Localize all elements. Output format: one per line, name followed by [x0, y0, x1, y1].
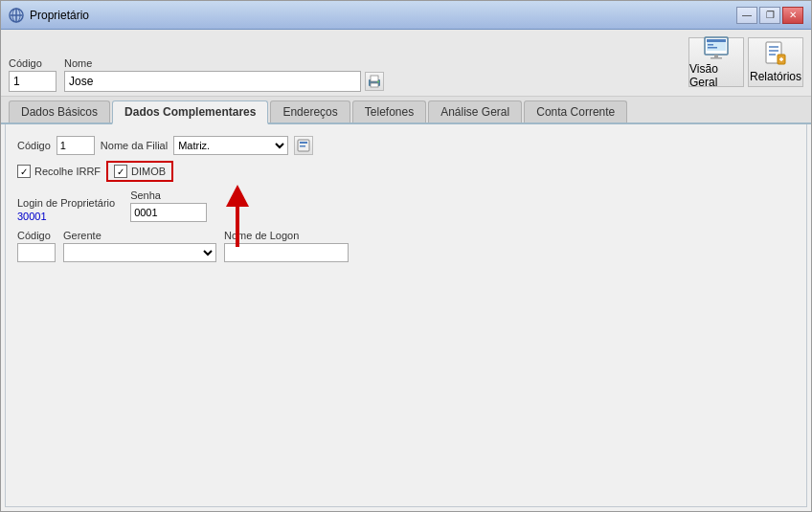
toolbar: Código Nome: [1, 30, 811, 97]
svg-rect-5: [371, 76, 378, 81]
login-label: Login de Proprietário: [17, 197, 115, 209]
restore-button[interactable]: ❐: [759, 7, 780, 24]
svg-rect-10: [707, 39, 726, 42]
nome-filial-label: Nome da Filial: [101, 140, 168, 151]
codigo-gerente-label: Código: [17, 230, 56, 241]
svg-marker-26: [226, 185, 249, 207]
nome-label: Nome: [64, 57, 384, 69]
login-value[interactable]: 30001: [17, 211, 115, 222]
visao-geral-label: Visão Geral: [689, 62, 743, 89]
nome-group: Nome: [64, 57, 384, 92]
tab-analise-geral[interactable]: Análise Geral: [428, 100, 522, 122]
nome-logon-input[interactable]: [224, 243, 349, 262]
tab-telefones[interactable]: Telefones: [352, 100, 426, 122]
tabs-bar: Dados Básicos Dados Complementares Ender…: [1, 97, 811, 124]
svg-rect-6: [371, 83, 378, 87]
senha-col: Senha: [130, 189, 207, 222]
minimize-button[interactable]: —: [736, 7, 757, 24]
tab-conta-corrente[interactable]: Conta Corrente: [524, 100, 627, 122]
svg-rect-13: [714, 55, 718, 57]
relatorios-icon: [761, 41, 790, 68]
nome-input[interactable]: [64, 71, 361, 92]
tab-dados-basicos[interactable]: Dados Básicos: [9, 100, 110, 122]
filial-row: Código Nome da Filial Matriz.: [17, 136, 795, 155]
gerente-row: Código Gerente Nome de Logon: [17, 230, 795, 262]
nome-logon-col: Nome de Logon: [224, 230, 349, 262]
login-senha-section: Login de Proprietário 30001 Senha: [17, 189, 795, 222]
gerente-label: Gerente: [63, 230, 216, 241]
content-area: Dados Básicos Dados Complementares Ender…: [1, 97, 811, 511]
codigo-label: Código: [9, 57, 56, 69]
codigo-gerente-col: Código: [17, 230, 56, 262]
app-icon: [9, 8, 24, 23]
title-bar-left: Proprietário: [9, 8, 89, 23]
close-button[interactable]: ✕: [782, 7, 803, 24]
filial-select[interactable]: Matriz.: [173, 136, 288, 155]
svg-rect-12: [708, 47, 717, 49]
login-col: Login de Proprietário 30001: [17, 197, 115, 222]
codigo-filial-input[interactable]: [56, 136, 95, 155]
filial-lookup-button[interactable]: [294, 136, 313, 155]
window-controls: — ❐ ✕: [736, 7, 803, 24]
relatorios-label: Relatórios: [750, 70, 801, 83]
svg-rect-23: [300, 142, 307, 144]
tab-content-dados-complementares: Código Nome da Filial Matriz.: [5, 124, 807, 507]
dimob-checkbox[interactable]: [114, 165, 127, 178]
gerente-col: Gerente: [63, 230, 216, 262]
codigo-group: Código: [9, 57, 56, 92]
checkbox-row: Recolhe IRRF DIMOB: [17, 161, 795, 182]
gerente-select[interactable]: [63, 243, 216, 262]
recolhe-irrf-group: Recolhe IRRF: [17, 165, 101, 178]
title-bar: Proprietário — ❐ ✕: [1, 1, 811, 30]
visao-geral-icon: [702, 35, 731, 60]
tab-enderecos[interactable]: Endereços: [270, 100, 350, 122]
relatorios-button[interactable]: Relatórios: [748, 37, 803, 87]
dimob-box: DIMOB: [106, 161, 173, 182]
svg-rect-14: [710, 57, 722, 59]
codigo-gerente-input[interactable]: [17, 243, 56, 262]
printer-toolbar-button[interactable]: [365, 72, 384, 91]
main-window: Proprietário — ❐ ✕ Código Nome: [0, 0, 812, 512]
recolhe-irrf-checkbox[interactable]: [17, 165, 31, 178]
codigo-filial-label: Código: [17, 140, 51, 151]
codigo-input[interactable]: [9, 71, 56, 92]
svg-rect-11: [708, 44, 713, 46]
tab-dados-complementares[interactable]: Dados Complementares: [112, 100, 268, 124]
recolhe-irrf-label: Recolhe IRRF: [34, 166, 101, 177]
nome-logon-label: Nome de Logon: [224, 230, 349, 241]
svg-rect-24: [300, 145, 305, 147]
senha-input[interactable]: [130, 203, 207, 222]
senha-label: Senha: [130, 189, 207, 201]
dimob-label: DIMOB: [131, 166, 166, 177]
visao-geral-button[interactable]: Visão Geral: [688, 37, 744, 87]
toolbar-buttons: Visão Geral Relatórios: [688, 37, 803, 87]
window-title: Proprietário: [30, 9, 89, 22]
svg-point-7: [377, 81, 379, 83]
